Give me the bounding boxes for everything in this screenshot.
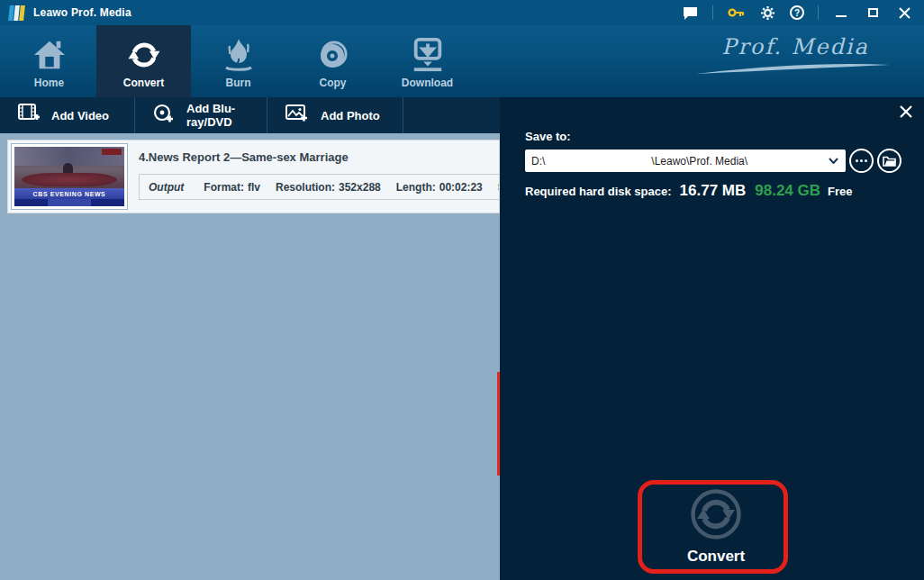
add-toolbar: Add Video Add Blu-ray/DVD Add Photo bbox=[0, 97, 500, 133]
titlebar-controls: ? bbox=[681, 0, 924, 25]
minimize-icon[interactable] bbox=[832, 4, 850, 22]
tab-convert-label: Convert bbox=[123, 77, 164, 89]
thumbnail-banner: CBS EVENING NEWS bbox=[14, 188, 124, 199]
add-photo-button[interactable]: Add Photo bbox=[267, 97, 403, 133]
output-info-box[interactable]: Output Format:flv Resolution:352x288 Len… bbox=[139, 174, 500, 200]
add-video-icon bbox=[18, 104, 40, 127]
thumbnail-lower-strip bbox=[14, 199, 124, 206]
file-title: 4.News Report 2—Same-sex Marriage bbox=[139, 150, 349, 164]
tab-burn-label: Burn bbox=[226, 77, 251, 89]
chevron-down-icon bbox=[829, 158, 838, 164]
tab-home[interactable]: Home bbox=[2, 25, 96, 97]
download-icon bbox=[409, 35, 447, 75]
app-logo-icon bbox=[8, 5, 26, 21]
feedback-icon[interactable] bbox=[681, 4, 699, 22]
panel-close-icon[interactable] bbox=[898, 104, 914, 120]
brand-swoosh bbox=[696, 61, 894, 76]
red-annotation-line bbox=[497, 372, 500, 476]
open-folder-icon bbox=[883, 156, 896, 167]
file-info: 4.News Report 2—Same-sex Marriage Output… bbox=[139, 140, 499, 213]
resolution-stat: Resolution:352x288 bbox=[276, 181, 381, 194]
required-space-value: 16.77 MB bbox=[680, 182, 747, 200]
tab-download[interactable]: Download bbox=[380, 25, 475, 97]
app-title: Leawo Prof. Media bbox=[33, 6, 131, 19]
burn-icon bbox=[222, 35, 255, 75]
add-video-button[interactable]: Add Video bbox=[0, 97, 135, 133]
tab-convert[interactable]: Convert bbox=[96, 25, 191, 97]
file-list-item[interactable]: CBS EVENING NEWS 4.News Report 2—Same-se… bbox=[7, 140, 500, 213]
convert-button-icon bbox=[690, 488, 742, 540]
tab-burn[interactable]: Burn bbox=[191, 25, 285, 97]
add-video-label: Add Video bbox=[51, 109, 109, 122]
tab-home-label: Home bbox=[34, 77, 64, 89]
save-path-dropdown[interactable]: D:\ \Leawo\Prof. Media\ bbox=[525, 150, 846, 172]
nav-bar: Home Convert B bbox=[0, 25, 924, 97]
close-icon[interactable] bbox=[895, 4, 913, 22]
titlebar-separator bbox=[712, 5, 713, 20]
brand-text: Prof. Media bbox=[692, 34, 899, 59]
convert-settings-panel: Save to: D:\ \Leawo\Prof. Media\ Require… bbox=[500, 97, 924, 580]
length-stat: Length:00:02:23 bbox=[396, 181, 483, 194]
thumbnail-news-desk bbox=[22, 173, 117, 186]
file-list-area: CBS EVENING NEWS 4.News Report 2—Same-se… bbox=[0, 133, 500, 580]
add-photo-icon bbox=[285, 104, 309, 127]
maximize-icon[interactable] bbox=[864, 4, 882, 22]
output-label: Output bbox=[149, 181, 184, 194]
brand-signature: Prof. Media bbox=[692, 34, 899, 79]
free-space-value: 98.24 GB bbox=[755, 182, 820, 200]
add-bluray-button[interactable]: Add Blu-ray/DVD bbox=[135, 97, 267, 133]
copy-disc-icon bbox=[315, 35, 351, 75]
home-icon bbox=[31, 35, 68, 75]
add-bluray-icon bbox=[153, 104, 175, 127]
video-thumbnail-frame: CBS EVENING NEWS bbox=[11, 143, 128, 210]
save-path-prefix: D:\ bbox=[531, 155, 545, 168]
ellipsis-icon bbox=[856, 159, 867, 162]
required-space-row: Required hard disk space: 16.77 MB 98.24… bbox=[525, 182, 853, 200]
thumbnail-timestamp-box bbox=[102, 149, 122, 155]
thumbnail-caption: CBS EVENING NEWS bbox=[33, 191, 106, 197]
titlebar-separator bbox=[818, 5, 819, 20]
tab-download-label: Download bbox=[402, 77, 453, 89]
convert-icon bbox=[125, 35, 163, 75]
video-thumbnail: CBS EVENING NEWS bbox=[14, 147, 124, 206]
format-stat: Format:flv bbox=[204, 181, 260, 194]
convert-button-label: Convert bbox=[687, 548, 745, 566]
help-glyph: ? bbox=[794, 8, 800, 18]
titlebar: Leawo Prof. Media ? bbox=[0, 0, 924, 25]
save-to-label: Save to: bbox=[525, 130, 571, 143]
add-photo-label: Add Photo bbox=[321, 109, 380, 122]
register-key-icon[interactable] bbox=[727, 4, 745, 22]
help-icon[interactable]: ? bbox=[790, 5, 804, 20]
browse-folder-button[interactable] bbox=[849, 149, 874, 173]
settings-gear-icon[interactable] bbox=[758, 4, 776, 22]
convert-button[interactable]: Convert bbox=[644, 485, 788, 570]
tab-copy[interactable]: Copy bbox=[285, 25, 380, 97]
add-bluray-label: Add Blu-ray/DVD bbox=[186, 102, 252, 129]
open-folder-button[interactable] bbox=[877, 149, 901, 173]
free-space-label: Free bbox=[828, 185, 852, 198]
save-path-suffix: \Leawo\Prof. Media\ bbox=[651, 155, 747, 168]
tab-copy-label: Copy bbox=[320, 77, 347, 89]
required-space-label: Required hard disk space: bbox=[525, 185, 672, 198]
